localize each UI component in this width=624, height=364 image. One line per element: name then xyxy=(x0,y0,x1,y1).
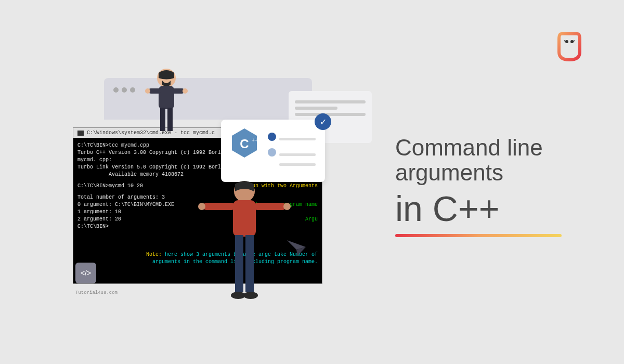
svg-rect-17 xyxy=(203,203,235,210)
browser-dots xyxy=(109,83,307,97)
svg-point-20 xyxy=(283,203,291,210)
person-illustration-2 xyxy=(198,177,291,314)
term-line: 0 argument: C:\TC\BIN\MYCMD.EXE xyxy=(77,202,174,207)
svg-rect-8 xyxy=(159,86,174,109)
code-icon: </> xyxy=(75,263,96,283)
title-underline xyxy=(395,234,562,237)
term-line: 2 argument: 20 xyxy=(77,216,121,222)
svg-point-23 xyxy=(231,292,245,299)
doc-line xyxy=(295,107,337,110)
browser-dot xyxy=(122,87,127,93)
term-line: C:\TC\BIN>mycmd 10 20 xyxy=(77,183,143,189)
browser-window-decor: ⚙ xyxy=(104,78,312,120)
cpp-card: ✓ C ++ xyxy=(221,120,325,182)
title-line-1: Command line xyxy=(395,135,562,160)
browser-dot xyxy=(130,87,135,93)
main-title: Command line arguments in C++ xyxy=(395,135,562,237)
check-icon: ✓ xyxy=(315,113,331,130)
svg-text:C: C xyxy=(240,137,249,151)
title-line-2: arguments xyxy=(395,160,562,185)
line-decor xyxy=(279,153,316,156)
term-line: C:\TC\BIN>tcc mycmd.cpp xyxy=(77,142,149,148)
svg-rect-13 xyxy=(160,108,165,131)
browser-dot xyxy=(113,87,119,93)
svg-point-12 xyxy=(183,88,188,94)
svg-point-24 xyxy=(243,292,258,299)
line-decor xyxy=(279,138,316,140)
person-illustration-1 xyxy=(140,65,192,140)
svg-rect-22 xyxy=(245,235,254,292)
svg-text:++: ++ xyxy=(252,137,258,143)
svg-rect-14 xyxy=(167,108,173,131)
svg-point-11 xyxy=(145,88,150,94)
term-annot: Argu xyxy=(305,216,318,223)
svg-rect-21 xyxy=(235,235,243,292)
dot-icon xyxy=(268,148,276,157)
cpp-card-lines xyxy=(268,133,316,168)
svg-rect-18 xyxy=(254,203,286,210)
svg-rect-16 xyxy=(233,200,256,237)
cpp-logo-icon: C ++ xyxy=(229,127,260,159)
doc-line xyxy=(295,113,366,116)
watermark-text: Tutorial4us.com xyxy=(75,290,118,295)
svg-point-19 xyxy=(198,203,205,210)
note-label: Note: xyxy=(146,252,162,257)
brand-logo xyxy=(556,31,582,62)
doc-line xyxy=(295,100,366,103)
cmd-icon xyxy=(77,131,84,136)
ninja-logo-icon xyxy=(556,31,582,62)
title-line-3: in C++ xyxy=(395,188,562,229)
dot-icon xyxy=(268,133,276,141)
line-decor xyxy=(279,163,316,166)
